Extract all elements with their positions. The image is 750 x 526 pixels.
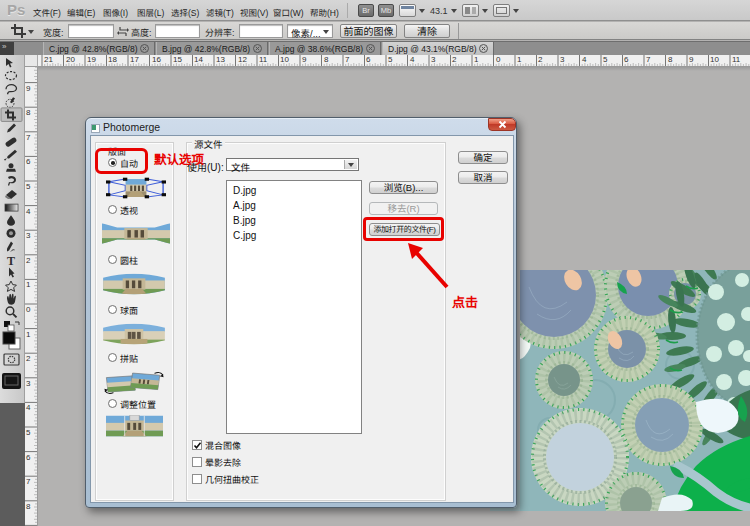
svg-text:T: T [7, 254, 15, 268]
